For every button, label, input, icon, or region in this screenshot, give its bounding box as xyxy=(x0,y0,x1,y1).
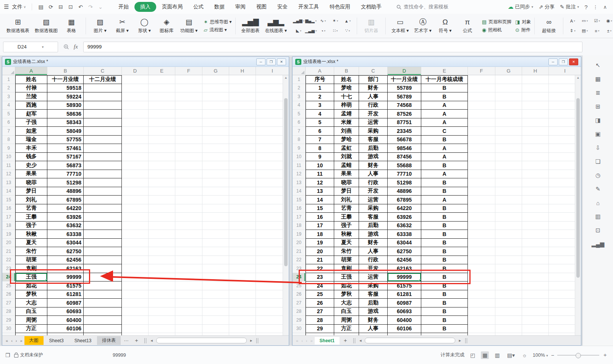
cell-D9[interactable]: 98546 xyxy=(388,144,421,153)
cell-B11[interactable]: 56873 xyxy=(47,161,84,170)
cell-F22[interactable] xyxy=(175,256,202,265)
cell-H24[interactable] xyxy=(522,273,549,282)
cell-E22[interactable] xyxy=(149,256,175,265)
cell-A2[interactable]: 付禄 xyxy=(15,84,47,93)
cell-A7[interactable]: 6 xyxy=(306,127,334,136)
cell-C12[interactable] xyxy=(84,170,122,179)
cell-G22[interactable] xyxy=(202,256,229,265)
cell-A24[interactable]: 23 xyxy=(306,273,334,282)
cell-E23[interactable]: B xyxy=(421,264,468,273)
cell-D5[interactable]: 87526 xyxy=(388,110,421,118)
cell-A1[interactable]: 姓名 xyxy=(15,75,47,84)
cell-C20[interactable]: 财务 xyxy=(359,239,388,248)
cell-I5[interactable] xyxy=(549,110,575,118)
cell-C17[interactable] xyxy=(84,213,122,222)
cell-E16[interactable] xyxy=(149,204,175,213)
online-charts-button[interactable]: ▃▆▂在线图表 ▾ xyxy=(263,17,289,35)
cell-B29[interactable]: 周粥 xyxy=(334,316,359,325)
cell-H3[interactable] xyxy=(229,92,256,101)
cell-A27[interactable]: 26 xyxy=(306,299,334,307)
sheet-nav-1[interactable]: ‹ xyxy=(10,338,14,343)
cell-G20[interactable] xyxy=(495,239,522,248)
text-box-button[interactable]: ▭文本框 ▾ xyxy=(389,17,411,35)
cell-B7[interactable]: 58049 xyxy=(47,127,84,136)
cell-A4[interactable]: 西施 xyxy=(15,101,47,110)
cell-F10[interactable] xyxy=(468,153,495,162)
cell-A9[interactable]: 丰禾 xyxy=(15,144,47,153)
cell-A21[interactable]: 朱竹 xyxy=(15,247,47,256)
cell-A31[interactable] xyxy=(306,333,334,335)
cell-I29[interactable] xyxy=(256,316,283,325)
cell-F25[interactable] xyxy=(175,281,202,290)
cell-D27[interactable]: 60987 xyxy=(388,299,421,307)
row-header-23[interactable]: 23 xyxy=(293,264,306,273)
cell-F18[interactable] xyxy=(175,222,202,230)
row-header-16[interactable]: 16 xyxy=(2,204,15,213)
left-sheet-grid[interactable]: 1姓名十一月业绩十二月业绩2付禄595183兰陵592244西施589305赵军… xyxy=(2,75,283,335)
table-style-icon[interactable]: ▦ xyxy=(591,72,605,86)
table-button[interactable]: ▦表格 xyxy=(61,17,82,35)
cell-G20[interactable] xyxy=(202,239,229,248)
cell-G18[interactable] xyxy=(202,222,229,230)
cell-H9[interactable] xyxy=(229,144,256,153)
cell-E15[interactable]: A xyxy=(421,196,468,204)
cell-F7[interactable] xyxy=(468,127,495,136)
cell-F2[interactable] xyxy=(175,84,202,93)
cell-H11[interactable] xyxy=(522,161,549,170)
cell-C27[interactable]: 后勤 xyxy=(359,299,388,307)
cell-G17[interactable] xyxy=(495,213,522,222)
cell-C31[interactable] xyxy=(84,333,122,335)
form-control-7-button[interactable]: ▤ xyxy=(579,28,590,33)
cell-D16[interactable] xyxy=(122,204,149,213)
row-header-26[interactable]: 26 xyxy=(293,290,306,299)
cell-E2[interactable]: B xyxy=(421,84,468,93)
cell-B17[interactable]: 王攀 xyxy=(334,213,359,222)
cell-A12[interactable]: 11 xyxy=(306,170,334,179)
cell-I22[interactable] xyxy=(256,256,283,265)
cell-E5[interactable] xyxy=(149,110,175,118)
cell-E24[interactable] xyxy=(149,273,175,282)
cell-B13[interactable]: 晓菲 xyxy=(334,178,359,187)
cell-E8[interactable]: B xyxy=(421,136,468,144)
tab-splitter[interactable] xyxy=(465,338,467,343)
cell-B23[interactable]: 袁刚 xyxy=(334,264,359,273)
cell-A26[interactable]: 25 xyxy=(306,290,334,299)
cell-B27[interactable]: 大志 xyxy=(334,299,359,307)
cell-G25[interactable] xyxy=(495,281,522,290)
chart-mini-3-button[interactable]: ∿ xyxy=(317,18,329,23)
cell-A21[interactable]: 20 xyxy=(306,247,334,256)
cell-D31[interactable] xyxy=(122,333,149,335)
cell-A30[interactable]: 29 xyxy=(306,325,334,333)
cell-E15[interactable] xyxy=(149,196,175,204)
cell-I6[interactable] xyxy=(256,118,283,127)
sync-status-button[interactable]: ☁已同步▾ xyxy=(508,3,534,10)
row-header-25[interactable]: 25 xyxy=(293,281,306,290)
cell-H22[interactable] xyxy=(522,256,549,265)
cell-H17[interactable] xyxy=(229,213,256,222)
cell-I16[interactable] xyxy=(549,204,575,213)
row-header-2[interactable]: 2 xyxy=(293,84,306,93)
cell-D8[interactable]: 56678 xyxy=(388,136,421,144)
cell-F19[interactable] xyxy=(175,230,202,239)
cell-H16[interactable] xyxy=(229,204,256,213)
cell-I3[interactable] xyxy=(549,92,575,101)
cell-B29[interactable]: 60400 xyxy=(47,316,84,325)
cell-I2[interactable] xyxy=(256,84,283,93)
cell-B21[interactable]: 62750 xyxy=(47,247,84,256)
row-header-25[interactable]: 25 xyxy=(2,281,15,290)
cell-C10[interactable] xyxy=(84,153,122,162)
row-header-31[interactable]: 31 xyxy=(293,333,306,335)
cell-G4[interactable] xyxy=(495,101,522,110)
cell-I11[interactable] xyxy=(549,161,575,170)
cell-H6[interactable] xyxy=(229,118,256,127)
cell-I18[interactable] xyxy=(549,222,575,230)
cell-F21[interactable] xyxy=(468,247,495,256)
cell-C25[interactable] xyxy=(84,281,122,290)
row-header-11[interactable]: 11 xyxy=(293,161,306,170)
cell-G4[interactable] xyxy=(202,101,229,110)
cell-A10[interactable]: 9 xyxy=(306,153,334,162)
row-header-26[interactable]: 26 xyxy=(2,290,15,299)
column-header-E[interactable]: E xyxy=(421,67,468,75)
cell-D30[interactable] xyxy=(122,325,149,333)
cell-I3[interactable] xyxy=(256,92,283,101)
